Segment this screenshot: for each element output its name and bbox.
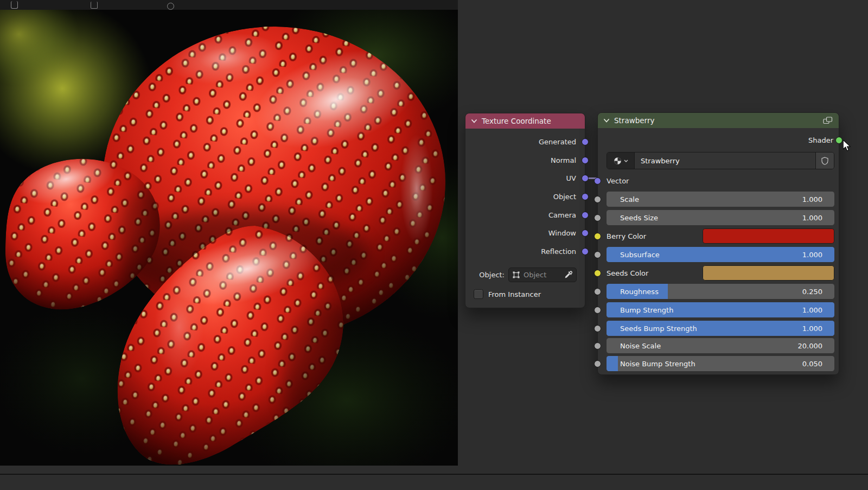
output-uv: UV	[465, 169, 585, 188]
input-row-noise-scale: Noise Scale 20.000	[607, 338, 834, 353]
from-instancer-label: From Instancer	[488, 290, 541, 298]
input-row-scale: Scale 1.000	[607, 192, 834, 207]
slider-value: 20.000	[798, 342, 823, 350]
from-instancer-row[interactable]: From Instancer	[465, 288, 585, 300]
slider-label: Scale	[620, 195, 639, 203]
output-window: Window	[465, 224, 585, 243]
scale-slider[interactable]: Scale 1.000	[607, 192, 834, 207]
color-input-label: Berry Color	[607, 232, 703, 240]
output-object: Object	[465, 188, 585, 206]
mouse-cursor	[843, 140, 852, 152]
socket-vector-output[interactable]	[582, 175, 589, 182]
chevron-down-icon	[624, 160, 628, 162]
socket-vector-output[interactable]	[582, 212, 589, 219]
socket-float-input[interactable]	[594, 325, 601, 332]
input-row-seeds-bump-strength: Seeds Bump Strength 1.000	[607, 321, 834, 336]
output-label: UV	[566, 174, 576, 182]
seeds-bump-strength-slider[interactable]: Seeds Bump Strength 1.000	[607, 321, 834, 336]
output-camera: Camera	[465, 206, 585, 224]
collapse-chevron-icon[interactable]	[471, 119, 477, 123]
editor-splitter[interactable]	[0, 474, 868, 475]
socket-vector-output[interactable]	[582, 248, 589, 255]
socket-vector-input[interactable]	[594, 177, 601, 184]
color-input-label: Seeds Color	[607, 269, 703, 277]
socket-vector-output[interactable]	[582, 193, 589, 200]
slider-value: 0.050	[802, 360, 822, 368]
berry-color-swatch[interactable]	[703, 228, 834, 244]
from-instancer-checkbox[interactable]	[474, 289, 483, 299]
socket-float-input[interactable]	[594, 360, 601, 367]
output-label: Window	[548, 229, 576, 237]
input-row-noise-bump-strength: Noise Bump Strength 0.050	[607, 356, 834, 371]
header-mode-icon[interactable]	[91, 2, 98, 9]
object-field-row: Object: Object	[465, 267, 585, 282]
socket-vector-output[interactable]	[582, 157, 589, 164]
socket-float-input[interactable]	[594, 342, 601, 349]
group-name-field[interactable]: Strawberry	[635, 152, 815, 169]
seeds-size-slider[interactable]: Seeds Size 1.000	[607, 210, 834, 225]
group-browse-button[interactable]	[607, 152, 635, 169]
viewport-header-partial	[0, 0, 458, 10]
input-row-seeds-size: Seeds Size 1.000	[607, 210, 834, 225]
input-row-roughness: Roughness 0.250	[607, 284, 834, 299]
node-header[interactable]: Strawberry	[598, 113, 839, 128]
input-row-subsurface: Subsurface 1.000	[607, 247, 834, 262]
input-row-berry-color: Berry Color	[607, 228, 834, 244]
texture-coordinate-node[interactable]: Texture Coordinate Generated Normal UV O…	[465, 113, 585, 308]
output-label: Camera	[548, 211, 576, 219]
input-row-bump-strength: Bump Strength 1.000	[607, 302, 834, 317]
slider-label: Subsurface	[620, 251, 660, 259]
shader-output-label: Shader	[808, 136, 833, 144]
node-header[interactable]: Texture Coordinate	[465, 113, 585, 129]
socket-float-input[interactable]	[594, 251, 601, 258]
node-title: Strawberry	[614, 116, 654, 125]
slider-value: 1.000	[802, 306, 822, 314]
slider-label: Seeds Size	[620, 214, 658, 222]
roughness-slider[interactable]: Roughness 0.250	[607, 284, 834, 299]
noise-bump-strength-slider[interactable]: Noise Bump Strength 0.050	[607, 356, 834, 371]
subsurface-slider[interactable]: Subsurface 1.000	[607, 247, 834, 262]
node-group-selector[interactable]: Strawberry	[607, 152, 834, 169]
slider-value: 1.000	[802, 251, 822, 259]
slider-label: Bump Strength	[620, 306, 673, 314]
object-icon	[512, 271, 520, 279]
socket-shader-output[interactable]	[835, 137, 843, 144]
noise-scale-slider[interactable]: Noise Scale 20.000	[607, 338, 834, 353]
nodetree-ball-icon	[614, 157, 622, 165]
editor-type-icon[interactable]	[11, 1, 18, 9]
output-label: Normal	[551, 156, 576, 164]
socket-float-input[interactable]	[594, 196, 601, 203]
strawberries-render	[0, 10, 458, 466]
slider-label: Roughness	[620, 288, 659, 296]
collapse-chevron-icon[interactable]	[604, 119, 609, 123]
socket-float-input[interactable]	[594, 214, 601, 221]
object-select[interactable]: Object	[508, 268, 577, 282]
blender-shader-editor: Texture Coordinate Generated Normal UV O…	[0, 0, 868, 490]
slider-value: 0.250	[802, 288, 822, 296]
output-reflection: Reflection	[465, 243, 585, 261]
socket-vector-output[interactable]	[582, 138, 589, 145]
vector-input-row: Vector	[607, 172, 834, 189]
eyedropper-icon[interactable]	[564, 270, 573, 279]
socket-float-input[interactable]	[594, 307, 601, 314]
vector-input-label: Vector	[607, 177, 629, 185]
slider-label: Noise Scale	[620, 342, 661, 350]
output-normal: Normal	[465, 151, 585, 170]
bump-strength-slider[interactable]: Bump Strength 1.000	[607, 302, 834, 317]
node-group-icon	[823, 117, 833, 124]
strawberry-group-node[interactable]: Strawberry Shader Strawber	[597, 112, 839, 375]
slider-value: 1.000	[802, 324, 822, 333]
seeds-color-swatch[interactable]	[703, 265, 834, 281]
socket-float-input[interactable]	[594, 288, 601, 295]
socket-vector-output[interactable]	[582, 230, 589, 237]
output-generated: Generated	[465, 133, 585, 151]
fake-user-toggle[interactable]	[815, 152, 834, 169]
socket-color-input[interactable]	[594, 233, 601, 240]
header-circle-icon[interactable]	[167, 3, 174, 10]
slider-value: 1.000	[802, 214, 822, 222]
socket-color-input[interactable]	[594, 270, 601, 277]
slider-value: 1.000	[802, 195, 822, 203]
output-label: Generated	[539, 138, 576, 146]
output-label: Object	[553, 193, 576, 201]
shield-icon	[821, 157, 828, 165]
